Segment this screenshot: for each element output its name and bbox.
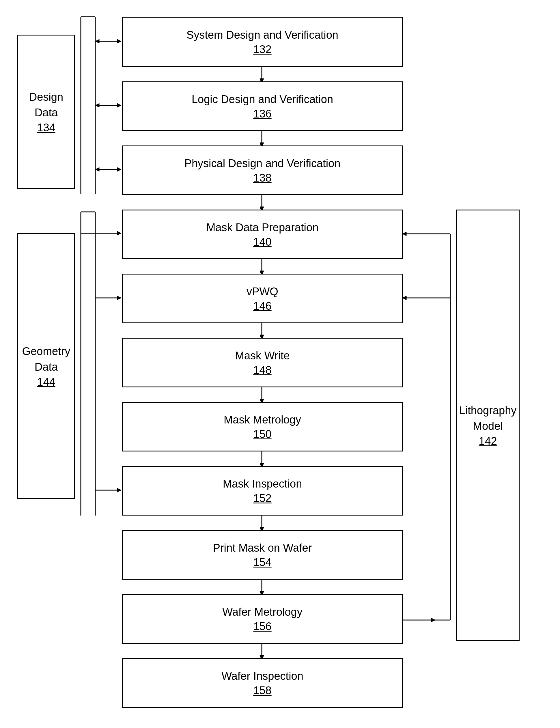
mask-data-number: 140 [253, 236, 271, 248]
mask-write-title: Mask Write [235, 349, 290, 363]
system-design-title: System Design and Verification [186, 28, 338, 42]
vpwq-number: 146 [253, 300, 271, 312]
mask-write-box: Mask Write 148 [122, 338, 403, 387]
logic-design-number: 136 [253, 108, 271, 120]
logic-design-title: Logic Design and Verification [192, 92, 333, 107]
vpwq-title: vPWQ [247, 285, 278, 299]
diagram-container: System Design and Verification 132 Logic… [0, 0, 560, 728]
svg-marker-21 [117, 39, 121, 43]
lithography-model-box: Lithography Model 142 [456, 210, 520, 641]
geometry-data-box: Geometry Data 144 [17, 233, 75, 499]
svg-marker-24 [117, 103, 121, 107]
mask-inspection-box: Mask Inspection 152 [122, 466, 403, 516]
design-data-label: Design Data [21, 89, 71, 120]
mask-data-box: Mask Data Preparation 140 [122, 210, 403, 259]
svg-marker-34 [117, 488, 121, 492]
mask-metrology-title: Mask Metrology [224, 413, 301, 427]
wafer-inspection-title: Wafer Inspection [221, 669, 303, 683]
svg-marker-27 [117, 167, 121, 171]
wafer-metrology-title: Wafer Metrology [222, 605, 302, 619]
svg-marker-25 [95, 103, 99, 107]
svg-marker-36 [431, 618, 435, 622]
system-design-number: 132 [253, 43, 271, 56]
physical-design-title: Physical Design and Verification [184, 156, 341, 171]
design-data-number: 134 [37, 122, 55, 134]
geometry-data-label: Geometry Data [21, 344, 71, 374]
print-mask-number: 154 [253, 556, 271, 569]
system-design-box: System Design and Verification 132 [122, 17, 403, 67]
wafer-inspection-box: Wafer Inspection 158 [122, 658, 403, 708]
lithography-model-number: 142 [479, 435, 497, 447]
wafer-metrology-box: Wafer Metrology 156 [122, 594, 403, 644]
physical-design-number: 138 [253, 172, 271, 184]
mask-metrology-number: 150 [253, 428, 271, 440]
wafer-metrology-number: 156 [253, 620, 271, 633]
svg-marker-38 [402, 232, 406, 236]
mask-data-title: Mask Data Preparation [206, 221, 319, 235]
physical-design-box: Physical Design and Verification 138 [122, 145, 403, 195]
vpwq-box: vPWQ 146 [122, 274, 403, 323]
svg-marker-32 [117, 296, 121, 300]
svg-marker-22 [95, 39, 99, 43]
design-data-box: Design Data 134 [17, 35, 75, 189]
lithography-model-label: Lithography Model [459, 403, 517, 434]
mask-inspection-title: Mask Inspection [223, 477, 302, 491]
print-mask-box: Print Mask on Wafer 154 [122, 530, 403, 580]
print-mask-title: Print Mask on Wafer [213, 541, 312, 555]
svg-marker-40 [402, 296, 406, 300]
mask-metrology-box: Mask Metrology 150 [122, 402, 403, 451]
logic-design-box: Logic Design and Verification 136 [122, 81, 403, 131]
geometry-data-number: 144 [37, 376, 55, 388]
mask-write-number: 148 [253, 364, 271, 376]
svg-marker-28 [95, 167, 99, 171]
svg-marker-30 [117, 231, 121, 235]
wafer-inspection-number: 158 [253, 684, 271, 697]
mask-inspection-number: 152 [253, 492, 271, 505]
